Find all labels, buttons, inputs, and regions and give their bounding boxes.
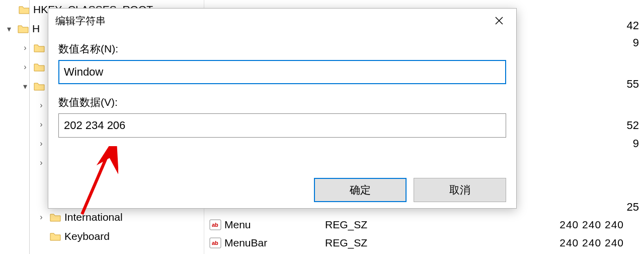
chevron-right-icon[interactable]: › xyxy=(36,101,46,110)
folder-icon xyxy=(49,231,61,241)
value-type: REG_SZ xyxy=(325,237,431,249)
list-item[interactable]: ab Menu REG_SZ 240 240 240 xyxy=(204,216,644,234)
dialog-actions: 确定 取消 xyxy=(314,178,506,202)
svg-text:ab: ab xyxy=(212,222,218,228)
value-type: REG_SZ xyxy=(325,219,431,231)
peek-value: 9 xyxy=(633,137,639,150)
list-item[interactable]: ab MenuBar REG_SZ 240 240 240 xyxy=(204,234,644,252)
string-value-icon: ab xyxy=(208,219,222,231)
dialog-titlebar: 编辑字符串 xyxy=(48,9,516,33)
ok-button[interactable]: 确定 xyxy=(314,178,407,202)
dialog-body: 数值名称(N): 数值数据(V): xyxy=(48,33,516,138)
peek-value: 25 xyxy=(627,201,639,214)
chevron-right-icon[interactable]: › xyxy=(36,158,46,167)
tree-label: H xyxy=(32,23,40,35)
value-data-input[interactable] xyxy=(58,113,506,138)
folder-icon xyxy=(33,81,45,91)
peek-value: 42 xyxy=(627,19,639,32)
value-name-block: 数值名称(N): xyxy=(58,42,506,84)
peek-value: 9 xyxy=(633,36,639,49)
chevron-right-icon[interactable]: › xyxy=(20,43,30,52)
peek-value: 52 xyxy=(627,119,639,132)
chevron-down-icon[interactable]: ▾ xyxy=(4,24,14,34)
close-button[interactable] xyxy=(489,11,509,31)
close-icon xyxy=(495,16,504,25)
value-name-label: 数值名称(N): xyxy=(58,42,506,56)
value-name: Menu xyxy=(224,219,325,231)
folder-icon xyxy=(17,24,29,34)
value-data-block: 数值数据(V): xyxy=(58,95,506,138)
tree-label: International xyxy=(64,211,123,223)
chevron-right-icon[interactable]: › xyxy=(36,213,46,222)
cancel-button[interactable]: 取消 xyxy=(414,178,506,202)
tree-row[interactable]: Keyboard xyxy=(0,227,204,246)
svg-text:ab: ab xyxy=(212,240,218,246)
folder-icon xyxy=(33,62,45,72)
folder-icon xyxy=(49,212,61,222)
dialog-title: 编辑字符串 xyxy=(55,14,106,28)
folder-icon xyxy=(18,5,30,15)
value-name: MenuBar xyxy=(224,237,325,249)
folder-icon xyxy=(33,43,45,53)
chevron-right-icon[interactable]: › xyxy=(36,120,46,129)
value-data: 240 240 240 xyxy=(431,219,644,231)
edit-string-dialog: 编辑字符串 数值名称(N): 数值数据(V): 确定 取消 xyxy=(48,8,517,209)
value-data: 240 240 240 xyxy=(431,237,644,249)
value-name-input[interactable] xyxy=(58,60,506,84)
peek-value: 55 xyxy=(627,78,639,91)
chevron-right-icon[interactable]: › xyxy=(20,62,30,72)
string-value-icon: ab xyxy=(208,237,222,249)
chevron-right-icon[interactable]: › xyxy=(36,139,46,148)
tree-row[interactable]: › International xyxy=(0,208,204,227)
tree-label: Keyboard xyxy=(64,230,110,242)
chevron-down-icon[interactable]: ▾ xyxy=(20,82,30,91)
value-data-label: 数值数据(V): xyxy=(58,95,506,109)
